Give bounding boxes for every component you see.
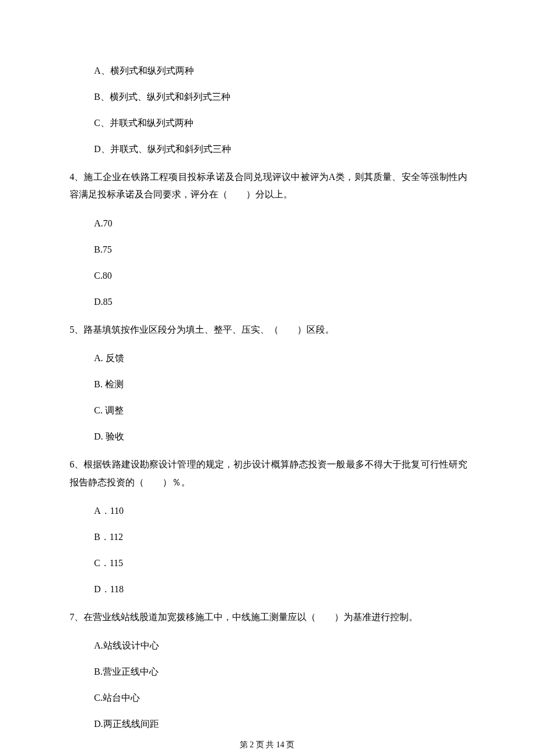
page-footer: 第 2 页 共 14 页 — [0, 740, 534, 750]
q4-option-b: B.75 — [70, 243, 467, 257]
q3-option-b: B、横列式、纵列式和斜列式三种 — [70, 90, 467, 104]
q4-option-d: D.85 — [70, 295, 467, 309]
q7-option-b: B.营业正线中心 — [70, 665, 467, 679]
q5-option-a: A. 反馈 — [70, 351, 467, 365]
document-page: A、横列式和纵列式两种 B、横列式、纵列式和斜列式三种 C、并联式和纵列式两种 … — [0, 0, 534, 756]
q3-option-a: A、横列式和纵列式两种 — [70, 64, 467, 78]
q6-option-c: C．115 — [70, 556, 467, 570]
q5-option-c: C. 调整 — [70, 404, 467, 417]
q3-option-c: C、并联式和纵列式两种 — [70, 116, 467, 130]
q7-option-d: D.两正线线间距 — [70, 717, 467, 731]
q6-text: 6、根据铁路建设勘察设计管理的规定，初步设计概算静态投资一般最多不得大于批复可行… — [70, 456, 467, 491]
q7-text: 7、在营业线站线股道加宽拨移施工中，中线施工测量应以（ ）为基准进行控制。 — [70, 609, 467, 626]
q6-option-a: A．110 — [70, 504, 467, 518]
q6-option-d: D．118 — [70, 582, 467, 596]
q4-text: 4、施工企业在铁路工程项目投标承诺及合同兑现评议中被评为A类，则其质量、安全等强… — [70, 168, 467, 204]
q4-option-a: A.70 — [70, 217, 467, 231]
q5-option-d: D. 验收 — [70, 430, 467, 444]
q4-option-c: C.80 — [70, 269, 467, 283]
q7-option-a: A.站线设计中心 — [70, 639, 467, 653]
q5-option-b: B. 检测 — [70, 377, 467, 391]
q6-option-b: B．112 — [70, 530, 467, 544]
q3-option-d: D、并联式、纵列式和斜列式三种 — [70, 142, 467, 156]
q7-option-c: C.站台中心 — [70, 691, 467, 705]
q5-text: 5、路基填筑按作业区段分为填土、整平、压实、（ ）区段。 — [70, 321, 467, 339]
